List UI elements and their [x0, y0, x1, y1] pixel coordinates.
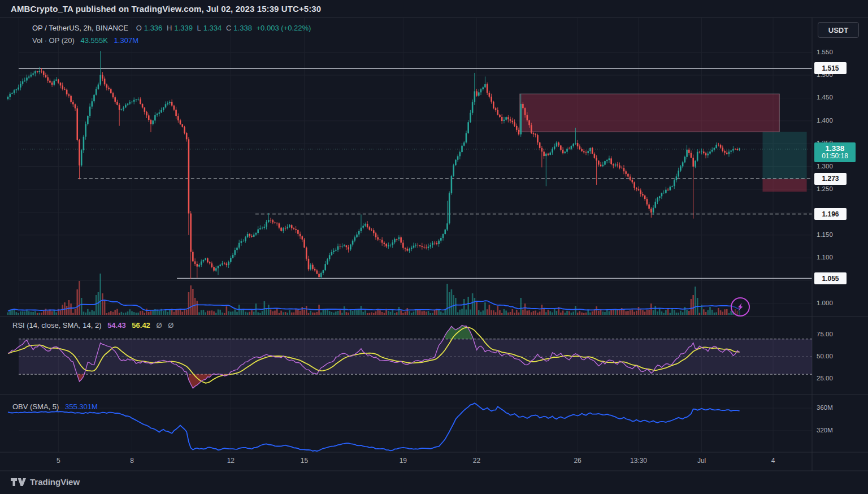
current-price-badge: 1.33801:50:18	[814, 142, 856, 162]
symbol-legend[interactable]: OP / TetherUS, 2h, BINANCE O1.336 H1.339…	[32, 24, 313, 32]
volume-ma-value: 1.307M	[114, 36, 138, 45]
rsi-extra-1: Ø	[156, 321, 162, 330]
lightning-icon	[735, 301, 746, 313]
price-tick-label: 1.100	[817, 254, 833, 261]
tradingview-logo[interactable]: TradingView	[11, 477, 80, 487]
price-level-badge: 1.515	[814, 62, 847, 74]
time-tick-label: Jul	[697, 457, 706, 465]
rsi-tick-label: 75.00	[817, 331, 833, 337]
open-label: O	[136, 24, 142, 32]
volume-legend[interactable]: Vol · OP (20) 43.555K 1.307M	[32, 36, 142, 45]
high-label: H	[167, 24, 172, 32]
rsi-tick-label: 50.00	[817, 353, 833, 359]
close-value: 1.338	[233, 24, 252, 32]
published-header: AMBCrypto_TA published on TradingView.co…	[11, 4, 321, 14]
obv-tick-label: 360M	[817, 404, 833, 411]
time-tick-label: 5	[57, 457, 60, 465]
time-tick-label: 12	[227, 457, 235, 465]
price-tick-label: 1.250	[817, 185, 833, 192]
obv-tick-label: 320M	[817, 427, 833, 434]
obv-label: OBV (SMA, 5)	[12, 402, 59, 411]
price-axis[interactable]: 1.5501.5001.4501.4001.3501.3001.2501.150…	[812, 18, 868, 471]
tradingview-published-chart: AMBCrypto_TA published on TradingView.co…	[0, 0, 868, 494]
price-tick-label: 1.300	[817, 163, 833, 170]
time-tick-label: 19	[400, 457, 407, 465]
supply-zone	[520, 94, 779, 132]
bar-countdown: 01:50:18	[822, 153, 848, 161]
lightning-button[interactable]	[731, 297, 750, 317]
price-level-badge: 1.055	[814, 272, 847, 284]
open-value: 1.336	[144, 24, 163, 32]
low-value: 1.334	[203, 24, 222, 32]
time-tick-label: 4	[771, 457, 775, 465]
price-level-badge: 1.273	[814, 173, 847, 185]
rsi-extra-2: Ø	[168, 321, 173, 330]
tradingview-logo-icon	[11, 478, 26, 487]
current-price-value: 1.338	[826, 144, 845, 153]
rsi-legend[interactable]: RSI (14, close, SMA, 14, 2) 54.43 56.42 …	[12, 321, 177, 330]
time-tick-label: 22	[473, 457, 480, 465]
time-tick-label: 26	[574, 457, 581, 465]
target-zone-teal	[762, 132, 806, 179]
rsi-label: RSI (14, close, SMA, 14, 2)	[12, 321, 102, 330]
obv-legend[interactable]: OBV (SMA, 5) 355.301M	[12, 402, 102, 411]
price-tick-label: 1.150	[817, 231, 833, 238]
time-tick-label: 13:30	[630, 457, 647, 465]
price-level-badge: 1.196	[814, 208, 847, 220]
close-label: C	[226, 24, 231, 32]
tradingview-logo-text: TradingView	[30, 477, 80, 487]
time-tick-label: 15	[301, 457, 308, 465]
time-axis[interactable]: 58121519222613:30Jul4	[19, 452, 812, 471]
obv-value: 355.301M	[65, 402, 98, 411]
volume-label: Vol · OP (20)	[32, 36, 75, 45]
rsi-sma-value: 56.42	[132, 321, 150, 330]
low-label: L	[197, 24, 201, 32]
price-tick-label: 1.550	[817, 49, 833, 55]
symbol-name: OP / TetherUS, 2h, BINANCE	[32, 24, 128, 32]
price-tick-label: 1.000	[817, 300, 833, 306]
volume-value: 43.555K	[81, 36, 108, 45]
price-tick-label: 1.400	[817, 117, 833, 124]
high-value: 1.339	[174, 24, 193, 32]
time-tick-label: 8	[130, 457, 134, 465]
stop-zone-red	[762, 179, 806, 192]
chart-canvas[interactable]	[0, 0, 868, 494]
rsi-value: 54.43	[107, 321, 126, 330]
rsi-tick-label: 25.00	[817, 375, 833, 382]
change-value: +0.003 (+0.22%)	[257, 24, 311, 32]
price-tick-label: 1.450	[817, 94, 833, 101]
